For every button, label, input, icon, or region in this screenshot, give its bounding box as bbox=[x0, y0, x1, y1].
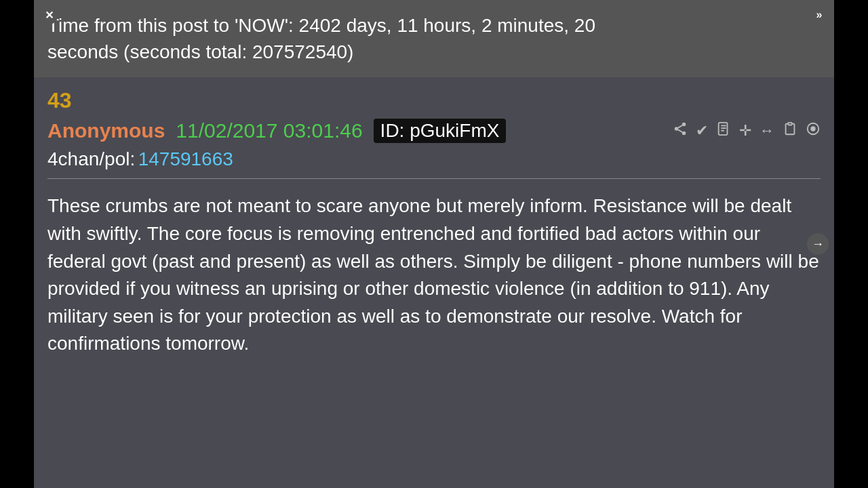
board-label: 4chan/pol: bbox=[47, 148, 135, 169]
svg-line-3 bbox=[678, 130, 682, 133]
doc-icon[interactable] bbox=[716, 121, 731, 140]
post-meta-row: Anonymous 11/02/2017 03:01:46 ID: pGukiF… bbox=[34, 119, 834, 148]
time-banner: Time from this post to 'NOW': 2402 days,… bbox=[34, 0, 834, 77]
svg-point-0 bbox=[682, 123, 686, 127]
post-datetime: 11/02/2017 03:01:46 bbox=[176, 119, 362, 142]
post-body: These crumbs are not meant to scare anyo… bbox=[34, 192, 834, 371]
board-link-row: 4chan/pol: 147591663 bbox=[34, 148, 834, 178]
author-name: Anonymous bbox=[47, 119, 165, 142]
svg-point-12 bbox=[811, 127, 815, 131]
check-icon[interactable]: ✔ bbox=[696, 122, 708, 140]
post-divider bbox=[47, 178, 821, 179]
board-link[interactable]: 147591663 bbox=[138, 148, 233, 169]
nav-next-button[interactable]: » bbox=[810, 5, 829, 24]
svg-point-2 bbox=[682, 131, 686, 136]
icon-row: ✔ ✛ ↔ bbox=[673, 121, 821, 140]
arrows-icon[interactable]: ↔ bbox=[760, 122, 774, 140]
post-id-badge: ID: pGukiFmX bbox=[374, 119, 507, 143]
time-line2: seconds (seconds total: 207572540) bbox=[47, 39, 821, 65]
svg-point-1 bbox=[675, 127, 679, 131]
time-line1: Time from this post to 'NOW': 2402 days,… bbox=[47, 12, 821, 39]
side-nav-button[interactable]: → bbox=[807, 233, 829, 255]
post-meta-left: Anonymous 11/02/2017 03:01:46 ID: pGukiF… bbox=[47, 119, 506, 143]
svg-line-4 bbox=[678, 125, 682, 128]
share-icon[interactable] bbox=[673, 121, 688, 140]
svg-rect-10 bbox=[788, 123, 792, 125]
post-number: 43 bbox=[34, 77, 834, 119]
close-button[interactable]: ✕ bbox=[39, 5, 58, 24]
clipboard-icon[interactable] bbox=[783, 121, 797, 140]
circle-icon[interactable] bbox=[806, 121, 821, 140]
move-icon[interactable]: ✛ bbox=[739, 122, 751, 140]
